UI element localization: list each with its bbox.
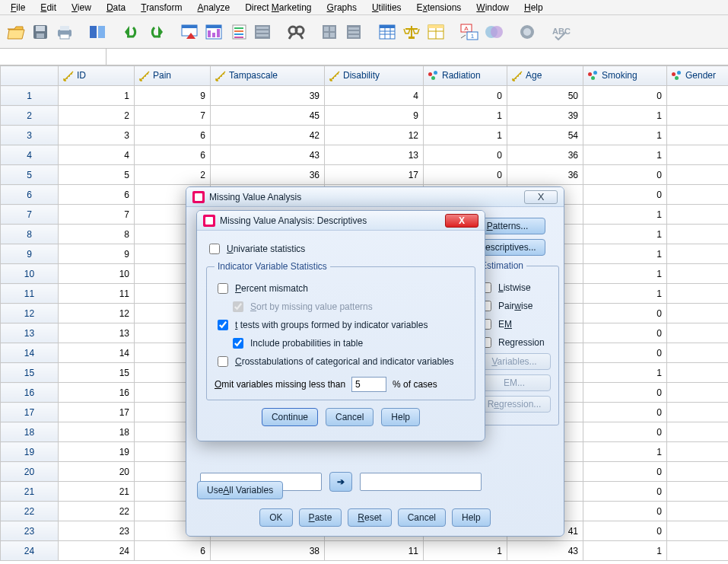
open-icon[interactable] — [5, 21, 27, 43]
cell[interactable]: 0 — [583, 304, 667, 323]
mva-dialog-title-bar[interactable]: Missing Value Analysis X — [186, 187, 564, 207]
row-header[interactable]: 9 — [1, 244, 59, 264]
cell[interactable]: 6 — [59, 185, 135, 205]
cell[interactable]: 1 — [667, 86, 729, 106]
cell[interactable]: 24 — [59, 541, 135, 561]
cell[interactable]: 0 — [424, 86, 507, 106]
column-header-tampascale[interactable]: Tampascale — [211, 66, 325, 86]
descriptives-title-bar[interactable]: Missing Value Analysis: Descriptives X — [197, 211, 485, 231]
cell[interactable]: 11 — [59, 284, 135, 304]
toolbar-dataview-icon[interactable] — [87, 21, 110, 43]
cell[interactable]: 1 — [424, 126, 507, 145]
target-list[interactable] — [360, 473, 482, 491]
row-header[interactable]: 10 — [1, 264, 59, 284]
cell[interactable]: 1 — [667, 284, 729, 304]
menu-help[interactable]: Help — [517, 1, 551, 14]
cell[interactable]: 39 — [507, 106, 583, 126]
cell[interactable]: 9 — [135, 86, 211, 106]
desc-help-button[interactable]: Help — [381, 408, 420, 426]
cell[interactable]: 1 — [667, 403, 729, 422]
row-header[interactable]: 5 — [1, 165, 59, 185]
cell[interactable]: 4 — [325, 86, 424, 106]
cell[interactable]: 39 — [211, 86, 325, 106]
cell[interactable]: 36 — [211, 165, 325, 185]
cell[interactable]: 1 — [583, 363, 667, 383]
cell[interactable]: 0 — [667, 205, 729, 225]
row-header[interactable]: 13 — [1, 323, 59, 343]
help-button[interactable]: Help — [452, 508, 491, 527]
cell[interactable]: 43 — [211, 145, 325, 165]
spellcheck-icon[interactable]: ABC — [549, 21, 572, 43]
cell[interactable]: 1 — [667, 185, 729, 205]
cell[interactable]: 1 — [583, 225, 667, 244]
toolbar-icon-11[interactable] — [516, 21, 539, 43]
menu-graphs[interactable]: Graphs — [319, 1, 364, 14]
cell[interactable]: 12 — [325, 126, 424, 145]
cell[interactable]: 0 — [583, 185, 667, 205]
paste-button[interactable]: Paste — [299, 508, 342, 527]
cell[interactable]: 0 — [583, 482, 667, 502]
cell[interactable]: 6 — [135, 145, 211, 165]
menu-transform[interactable]: Transform — [133, 1, 189, 14]
cell[interactable]: 19 — [59, 442, 135, 462]
cell[interactable]: 1 — [667, 422, 729, 442]
cell[interactable]: 5 — [59, 165, 135, 185]
cell[interactable]: 1 — [583, 264, 667, 284]
row-header[interactable]: 22 — [1, 502, 59, 521]
row-header[interactable]: 12 — [1, 304, 59, 323]
cell[interactable]: 9 — [59, 244, 135, 264]
cell[interactable]: 15 — [59, 363, 135, 383]
desc-cancel-button[interactable]: Cancel — [326, 408, 374, 426]
menu-direct-marketing[interactable]: Direct Marketing — [237, 1, 319, 14]
column-header-id[interactable]: ID — [59, 66, 135, 86]
row-header[interactable]: 3 — [1, 126, 59, 145]
cell[interactable]: 1 — [667, 383, 729, 403]
cell[interactable]: 18 — [59, 422, 135, 442]
cell[interactable]: 1 — [583, 541, 667, 561]
menu-extensions[interactable]: Extensions — [409, 1, 469, 14]
find-icon[interactable] — [285, 21, 307, 43]
row-header[interactable]: 20 — [1, 462, 59, 482]
redo-icon[interactable] — [145, 21, 167, 43]
cell[interactable]: 1 — [667, 521, 729, 541]
cell[interactable]: 17 — [59, 403, 135, 422]
row-header[interactable]: 15 — [1, 363, 59, 383]
cell[interactable]: 36 — [507, 165, 583, 185]
cell[interactable]: 6 — [135, 541, 211, 561]
row-header[interactable]: 17 — [1, 403, 59, 422]
cell[interactable]: 0 — [583, 502, 667, 521]
name-box[interactable] — [0, 49, 106, 65]
cell[interactable]: 0 — [583, 343, 667, 363]
cell[interactable]: 0 — [583, 323, 667, 343]
menu-analyze[interactable]: Analyze — [189, 1, 237, 14]
menu-file[interactable]: File — [3, 1, 33, 14]
cell[interactable]: 1 — [667, 225, 729, 244]
cell[interactable]: 1 — [667, 482, 729, 502]
weight-icon[interactable] — [400, 21, 423, 43]
close-icon[interactable]: X — [445, 214, 478, 228]
row-header[interactable]: 7 — [1, 205, 59, 225]
cell[interactable]: 1 — [583, 442, 667, 462]
toolbar-icon-4[interactable] — [251, 21, 274, 43]
toolbar-icon-9[interactable]: A1 — [458, 21, 481, 43]
percent-mismatch-checkbox[interactable] — [218, 283, 228, 294]
cell[interactable]: 9 — [325, 106, 424, 126]
cell[interactable]: 23 — [59, 521, 135, 541]
cell[interactable]: 0 — [424, 145, 507, 165]
corner-cell[interactable] — [1, 66, 59, 86]
cell[interactable]: 0 — [667, 541, 729, 561]
cell[interactable]: 1 — [667, 323, 729, 343]
use-all-variables-button[interactable]: Use All Variables — [197, 481, 283, 499]
row-header[interactable]: 21 — [1, 482, 59, 502]
cell[interactable]: 0 — [583, 383, 667, 403]
cell[interactable]: 0 — [424, 165, 507, 185]
cell[interactable]: 0 — [583, 165, 667, 185]
print-icon[interactable] — [53, 21, 76, 43]
cell[interactable]: 1 — [667, 462, 729, 482]
cell[interactable]: 36 — [507, 145, 583, 165]
cell[interactable]: 1 — [583, 106, 667, 126]
cell[interactable]: 7 — [59, 205, 135, 225]
ttests-checkbox[interactable] — [218, 320, 228, 330]
row-header[interactable]: 6 — [1, 185, 59, 205]
cell[interactable]: 1 — [583, 205, 667, 225]
